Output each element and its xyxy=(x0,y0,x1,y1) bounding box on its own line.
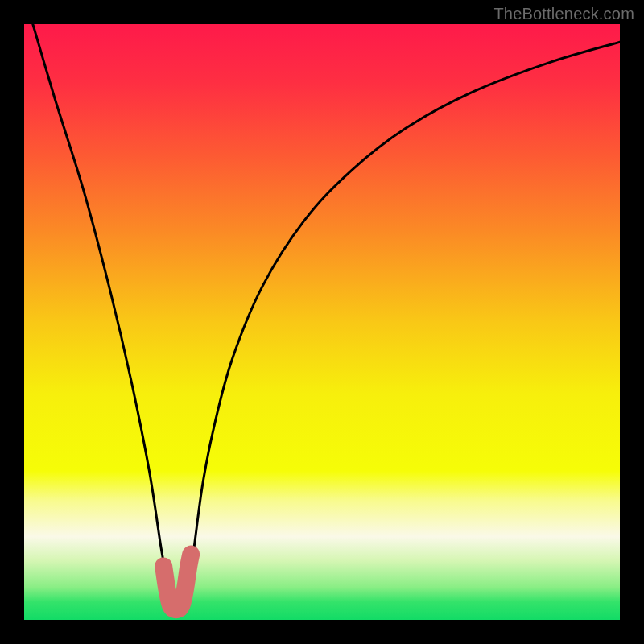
bottleneck-curve xyxy=(24,24,620,620)
watermark-text: TheBottleneck.com xyxy=(493,5,634,23)
chart-frame xyxy=(24,24,620,620)
